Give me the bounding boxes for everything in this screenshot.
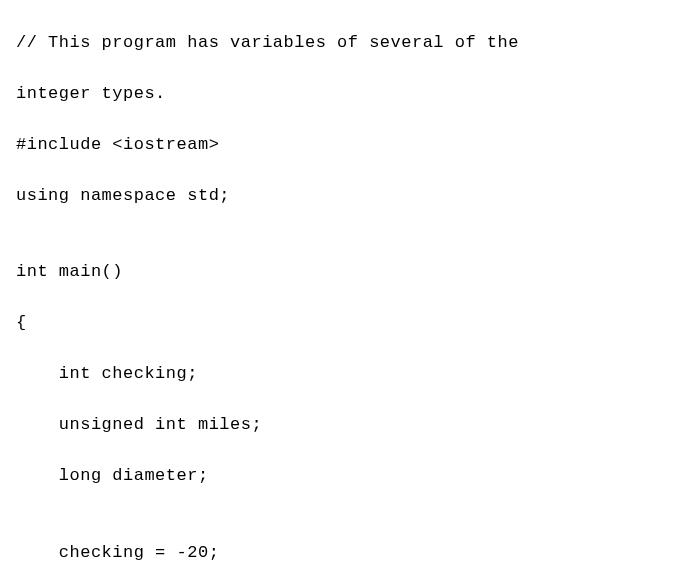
- code-line: int checking;: [16, 361, 684, 387]
- code-line: #include <iostream>: [16, 132, 684, 158]
- code-line: int main(): [16, 259, 684, 285]
- code-line: long diameter;: [16, 463, 684, 489]
- code-snippet: // This program has variables of several…: [16, 4, 684, 569]
- code-line: using namespace std;: [16, 183, 684, 209]
- code-line: integer types.: [16, 81, 684, 107]
- code-line: unsigned int miles;: [16, 412, 684, 438]
- code-line: checking = -20;: [16, 540, 684, 566]
- code-line: {: [16, 310, 684, 336]
- code-line: // This program has variables of several…: [16, 30, 684, 56]
